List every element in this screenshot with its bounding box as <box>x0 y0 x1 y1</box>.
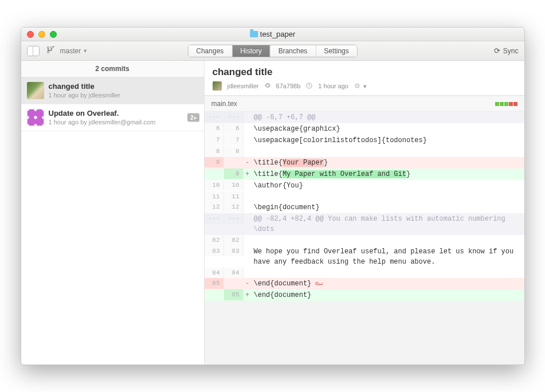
close-window-button[interactable] <box>27 31 34 38</box>
commit-sidebar: 2 commits changed title 1 hour ago by jd… <box>21 61 205 364</box>
diff-line: 9+\title{My Paper with Overleaf and Git} <box>205 168 524 180</box>
window-controls <box>21 31 57 38</box>
current-branch-name: master <box>60 47 81 55</box>
diff-line: 85+\end{document} <box>205 289 524 301</box>
diff-line: 1212\begin{document} <box>205 202 524 213</box>
gear-icon[interactable]: ⚙︎ ▼ <box>354 82 367 90</box>
maximize-window-button[interactable] <box>50 31 57 38</box>
diff-line: 8383We hope you find Overleaf useful, an… <box>205 246 524 268</box>
sync-button[interactable]: ⟳ Sync <box>494 46 519 55</box>
empty-area <box>205 301 524 364</box>
tab-branches[interactable]: Branches <box>270 45 316 57</box>
commit-item-meta: 1 hour ago by jdleesmiller@gmail.com <box>49 119 198 126</box>
diff-line: 1111 <box>205 191 524 202</box>
branch-selector[interactable]: master ▼ <box>60 47 88 55</box>
commit-detail-pane: changed title jdleesmiller 67a798b 1 hou… <box>205 61 524 364</box>
diff-line: 8484 <box>205 268 524 279</box>
diff-file-header[interactable]: main.tex <box>205 96 524 112</box>
commit-author: jdleesmiller <box>228 83 259 89</box>
diff-line: 85-\end{document} ⊙↵ <box>205 278 524 289</box>
app-window: test_paper master ▼ Changes History Bran… <box>21 27 525 365</box>
folder-icon <box>250 31 258 37</box>
tab-settings[interactable]: Settings <box>316 45 356 57</box>
avatar <box>27 109 44 126</box>
diff-line: ······@@ -6,7 +6,7 @@ <box>205 112 524 123</box>
create-branch-icon[interactable] <box>46 45 54 56</box>
avatar <box>27 82 44 99</box>
sync-icon: ⟳ <box>494 46 500 55</box>
svg-point-0 <box>266 84 269 87</box>
commit-list-item[interactable]: changed title 1 hour ago by jdleesmiller <box>21 77 204 104</box>
diff-line: ······@@ -82,4 +82,4 @@ You can make lis… <box>205 213 524 235</box>
commit-hash-icon <box>265 83 270 89</box>
toolbar: master ▼ Changes History Branches Settin… <box>21 41 524 61</box>
diff-file-name: main.tex <box>211 100 237 108</box>
commit-detail-title: changed title <box>213 66 516 78</box>
tab-changes[interactable]: Changes <box>188 45 232 57</box>
minimize-window-button[interactable] <box>38 31 45 38</box>
commit-time: 1 hour ago <box>318 83 348 89</box>
commit-hash[interactable]: 67a798b <box>276 83 301 89</box>
view-tabs: Changes History Branches Settings <box>187 45 357 57</box>
sync-label: Sync <box>503 47 519 55</box>
commit-item-meta: 1 hour ago by jdleesmiller <box>49 92 198 99</box>
files-changed-badge: 2▸ <box>187 113 199 122</box>
diff-line: 88 <box>205 146 524 157</box>
clock-icon <box>306 83 312 90</box>
diff-line: 9-\title{Your Paper} <box>205 157 524 168</box>
tab-history[interactable]: History <box>232 45 270 57</box>
window-title: test_paper <box>250 30 295 38</box>
commit-detail-meta: jdleesmiller 67a798b 1 hour ago ⚙︎ ▼ <box>213 81 516 91</box>
chevron-down-icon: ▼ <box>83 48 88 54</box>
diff-line: 1010\author{You} <box>205 180 524 191</box>
commit-item-title: changed title <box>49 82 198 91</box>
content: 2 commits changed title 1 hour ago by jd… <box>21 61 524 364</box>
diff-line: 66\usepackage{graphicx} <box>205 123 524 135</box>
commit-list-item[interactable]: Update on Overleaf. 1 hour ago by jdlees… <box>21 104 204 131</box>
diff-line: 8282 <box>205 235 524 246</box>
commit-item-title: Update on Overleaf. <box>49 109 198 117</box>
diff-view: ······@@ -6,7 +6,7 @@66\usepackage{graph… <box>205 112 524 301</box>
diff-stat-squares <box>495 102 517 106</box>
titlebar: test_paper <box>21 28 524 41</box>
commit-header: changed title jdleesmiller 67a798b 1 hou… <box>205 61 524 96</box>
sidebar-toggle-button[interactable] <box>27 46 40 56</box>
window-title-text: test_paper <box>260 30 295 38</box>
commit-count-header: 2 commits <box>21 61 204 77</box>
diff-line: 77\usepackage[colorinlistoftodos]{todono… <box>205 135 524 146</box>
avatar <box>213 81 222 91</box>
